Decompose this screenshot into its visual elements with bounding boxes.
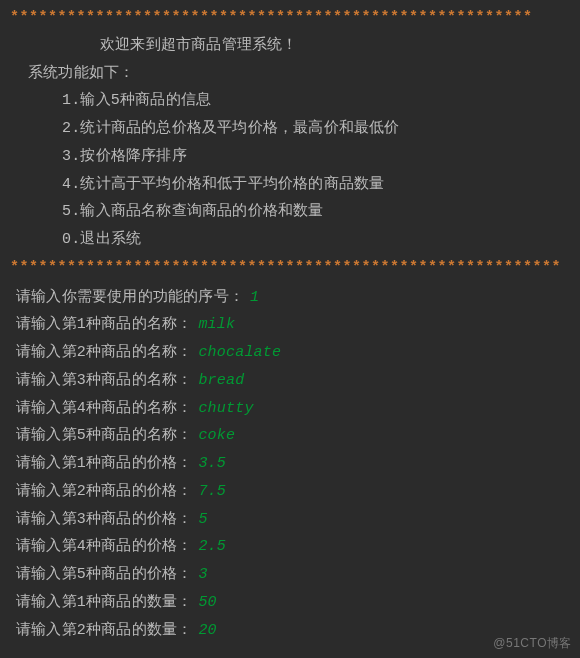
prompt-line: 请输入第3种商品的价格：5 — [10, 506, 572, 534]
prompt-line: 请输入第1种商品的名称：milk — [10, 311, 572, 339]
prompt-line: 请输入第2种商品的价格：7.5 — [10, 478, 572, 506]
user-input: 20 — [198, 622, 216, 639]
prompt-label: 请输入第1种商品的数量： — [16, 594, 192, 611]
prompt-line: 请输入第2种商品的名称：chocalate — [10, 339, 572, 367]
menu-item: 4.统计高于平均价格和低于平均价格的商品数量 — [10, 171, 572, 199]
user-input: 3 — [198, 566, 207, 583]
prompt-label: 请输入第1种商品的价格： — [16, 455, 192, 472]
user-input: 3.5 — [198, 455, 226, 472]
prompt-label: 请输入第2种商品的名称： — [16, 344, 192, 361]
prompt-label: 请输入第5种商品的价格： — [16, 566, 192, 583]
prompt-line: 请输入第2种商品的数量：20 — [10, 617, 572, 645]
user-input: coke — [198, 427, 235, 444]
prompt-line: 请输入你需要使用的功能的序号：1 — [10, 284, 572, 312]
menu-item: 2.统计商品的总价格及平均价格，最高价和最低价 — [10, 115, 572, 143]
console-output: ****************************************… — [0, 0, 580, 648]
user-input: 5 — [198, 511, 207, 528]
menu-item: 0.退出系统 — [10, 226, 572, 254]
prompt-line: 请输入第1种商品的价格：3.5 — [10, 450, 572, 478]
prompt-line: 请输入第4种商品的名称：chutty — [10, 395, 572, 423]
prompt-line: 请输入第3种商品的名称：bread — [10, 367, 572, 395]
user-input: milk — [198, 316, 235, 333]
user-input: chocalate — [198, 344, 281, 361]
menu-item: 5.输入商品名称查询商品的价格和数量 — [10, 198, 572, 226]
watermark: @51CTO博客 — [493, 635, 572, 652]
prompt-label: 请输入第4种商品的名称： — [16, 400, 192, 417]
prompt-line: 请输入第5种商品的价格：3 — [10, 561, 572, 589]
prompt-label: 请输入第3种商品的价格： — [16, 511, 192, 528]
prompt-label: 请输入第5种商品的名称： — [16, 427, 192, 444]
prompt-line: 请输入第4种商品的价格：2.5 — [10, 533, 572, 561]
user-input: bread — [198, 372, 244, 389]
banner-stars-bottom: ****************************************… — [10, 254, 572, 282]
banner-stars-top: ****************************************… — [10, 4, 572, 32]
prompt-label: 请输入第3种商品的名称： — [16, 372, 192, 389]
menu-item: 3.按价格降序排序 — [10, 143, 572, 171]
prompt-line: 请输入第1种商品的数量：50 — [10, 589, 572, 617]
prompt-label: 请输入第2种商品的价格： — [16, 483, 192, 500]
banner-title: 欢迎来到超市商品管理系统！ — [10, 32, 572, 60]
prompt-label: 请输入第1种商品的名称： — [16, 316, 192, 333]
user-input: 2.5 — [198, 538, 226, 555]
prompt-label: 请输入你需要使用的功能的序号： — [16, 289, 244, 306]
user-input: 7.5 — [198, 483, 226, 500]
user-input: chutty — [198, 400, 253, 417]
banner-subtitle: 系统功能如下： — [10, 60, 572, 88]
user-input: 1 — [250, 289, 259, 306]
prompt-label: 请输入第4种商品的价格： — [16, 538, 192, 555]
menu-item: 1.输入5种商品的信息 — [10, 87, 572, 115]
user-input: 50 — [198, 594, 216, 611]
prompt-line: 请输入第5种商品的名称：coke — [10, 422, 572, 450]
prompt-label: 请输入第2种商品的数量： — [16, 622, 192, 639]
